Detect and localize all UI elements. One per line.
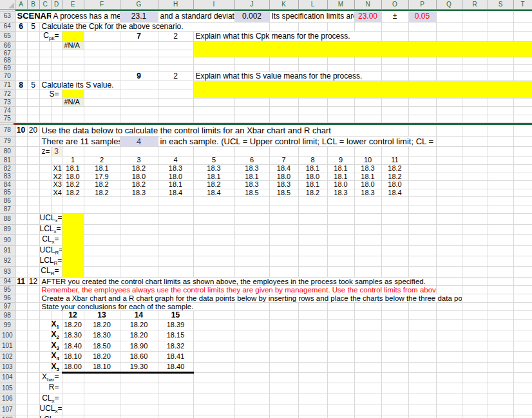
data-cell[interactable]: 18.4 xyxy=(158,189,193,197)
col-header-J[interactable]: J xyxy=(234,0,269,9)
row-number-71[interactable]: 71 xyxy=(0,81,15,90)
col-header-B[interactable]: B xyxy=(27,0,39,9)
row-number-67[interactable]: 67 xyxy=(0,50,15,57)
data-cell[interactable]: 18.2 xyxy=(120,181,158,189)
t2-row-label[interactable]: X3 xyxy=(51,341,62,351)
q8-points[interactable]: 5 xyxy=(27,81,39,90)
lclx2-label[interactable]: LCLx= xyxy=(39,415,62,418)
sample-size-cell[interactable]: 4 xyxy=(120,137,158,147)
col-header-E[interactable]: E xyxy=(62,0,84,9)
col-header-Q[interactable]: Q xyxy=(436,0,462,9)
q10-title[interactable]: Use the data below to calculate the cont… xyxy=(39,125,408,137)
data-cell[interactable]: 18.3 xyxy=(193,165,234,173)
data-cell[interactable]: 18.3 xyxy=(354,189,381,197)
q11-number[interactable]: 11 xyxy=(15,277,27,286)
row-number-93[interactable]: 93 xyxy=(0,267,15,277)
data-cell[interactable]: 18.3 xyxy=(269,181,298,189)
data-cell[interactable]: 18.2 xyxy=(193,181,234,189)
t2-header[interactable]: 13 xyxy=(84,311,120,320)
data-cell[interactable]: 18.1 xyxy=(158,181,193,189)
row-number-90[interactable]: 90 xyxy=(0,235,15,245)
r-label[interactable]: R= xyxy=(39,383,62,394)
samples-text2[interactable]: in each sample. (UCL = Upper control lim… xyxy=(158,137,436,147)
data-cell[interactable]: 18.5 xyxy=(269,189,298,197)
data-cell[interactable]: 18.3 xyxy=(120,189,158,197)
data-cell[interactable]: 18.40 xyxy=(158,362,193,372)
q6-points[interactable]: 5 xyxy=(27,22,39,31)
data-cell[interactable]: 18.2 xyxy=(62,181,84,189)
data-cell[interactable]: 18.2 xyxy=(84,189,120,197)
uclx2-label[interactable]: UCLx= xyxy=(39,404,62,415)
data-cell[interactable]: 18.1 xyxy=(84,165,120,173)
data-cell[interactable]: 18.0 xyxy=(354,181,381,189)
q9-points[interactable]: 2 xyxy=(158,72,193,81)
t1-header[interactable]: 1 xyxy=(62,157,84,165)
col-header-A[interactable]: A xyxy=(15,0,27,9)
data-cell[interactable]: 18.0 xyxy=(381,181,408,189)
data-cell[interactable]: 18.1 xyxy=(298,165,327,173)
control-limits-input-cell[interactable] xyxy=(62,214,84,277)
samples-text[interactable]: There are 11 samples with xyxy=(39,137,120,147)
clx-label[interactable]: CLx= xyxy=(39,235,62,245)
row-number-74[interactable]: 74 xyxy=(0,107,15,115)
q11-line1[interactable]: AFTER you created the control chart limi… xyxy=(39,277,436,286)
data-cell[interactable]: 18.2 xyxy=(120,165,158,173)
col-header-F[interactable]: F xyxy=(84,0,120,9)
row-number-80[interactable]: 80 xyxy=(0,147,15,157)
t1-header[interactable]: 9 xyxy=(327,157,354,165)
s-answer-input-cell[interactable] xyxy=(62,90,84,99)
row-number-87[interactable]: 87 xyxy=(0,205,15,214)
data-cell[interactable]: 18.2 xyxy=(84,181,120,189)
t1-header[interactable]: 10 xyxy=(354,157,381,165)
row-number-96[interactable]: 96 xyxy=(0,294,15,303)
data-cell[interactable]: 18.30 xyxy=(62,330,84,341)
data-cell[interactable]: 18.60 xyxy=(120,352,158,362)
row-number-89[interactable]: 89 xyxy=(0,224,15,234)
q10-points[interactable]: 20 xyxy=(27,125,39,137)
t2-header[interactable]: 12 xyxy=(62,311,84,320)
t1-row-label[interactable]: X3 xyxy=(51,181,62,189)
scenario-mean-text[interactable]: A process has a mean o xyxy=(51,11,120,22)
row-number-104[interactable]: 104 xyxy=(0,373,15,383)
data-cell[interactable]: 18.00 xyxy=(62,362,84,372)
data-cell[interactable]: 18.0 xyxy=(298,173,327,181)
data-cell[interactable]: 18.0 xyxy=(327,181,354,189)
col-header-T[interactable]: T xyxy=(513,0,532,9)
data-cell[interactable]: 18.90 xyxy=(120,341,158,351)
row-number-95[interactable]: 95 xyxy=(0,286,15,294)
cpk-label[interactable]: Cpk= xyxy=(39,31,62,41)
q11-line4[interactable]: State your conclusions for each of the s… xyxy=(39,303,234,311)
data-cell[interactable]: 18.41 xyxy=(158,352,193,362)
t2-row-label[interactable]: X5 xyxy=(51,362,62,372)
row-number-69[interactable]: 69 xyxy=(0,64,15,72)
col-header-M[interactable]: M xyxy=(327,0,354,9)
data-cell[interactable]: 18.30 xyxy=(84,330,120,341)
t1-row-label[interactable]: X4 xyxy=(51,189,62,197)
data-cell[interactable]: 18.32 xyxy=(158,341,193,351)
col-header-S[interactable]: S xyxy=(488,0,513,9)
row-number-72[interactable]: 72 xyxy=(0,90,15,99)
s-na-cell[interactable]: #N/A xyxy=(62,99,84,107)
row-number-108[interactable]: 108 xyxy=(0,415,15,418)
data-cell[interactable]: 18.39 xyxy=(158,320,193,330)
q6-prompt[interactable]: Calculate the Cpk for the above scenario… xyxy=(39,22,269,31)
t1-header[interactable]: 11 xyxy=(381,157,408,165)
data-cell[interactable]: 18.40 xyxy=(62,341,84,351)
t1-header[interactable]: 6 xyxy=(234,157,269,165)
z-label[interactable]: z= xyxy=(39,147,51,157)
col-header-O[interactable]: O xyxy=(381,0,408,9)
xbar-label[interactable]: Xbar= xyxy=(39,373,62,383)
data-cell[interactable]: 18.20 xyxy=(84,320,120,330)
uclr-label[interactable]: UCLR= xyxy=(39,245,62,256)
data-cell[interactable]: 18.3 xyxy=(354,165,381,173)
data-cell[interactable]: 18.4 xyxy=(381,189,408,197)
data-cell[interactable]: 18.3 xyxy=(234,181,269,189)
scenario-label[interactable]: SCENARI xyxy=(15,11,51,22)
z-value-cell[interactable]: 3 xyxy=(51,147,62,157)
data-cell[interactable]: 18.2 xyxy=(381,173,408,181)
row-number-92[interactable]: 92 xyxy=(0,256,15,266)
data-cell[interactable]: 18.3 xyxy=(327,189,354,197)
t2-header[interactable]: 14 xyxy=(120,311,158,320)
data-cell[interactable]: 18.1 xyxy=(234,173,269,181)
data-cell[interactable]: 18.2 xyxy=(298,189,327,197)
